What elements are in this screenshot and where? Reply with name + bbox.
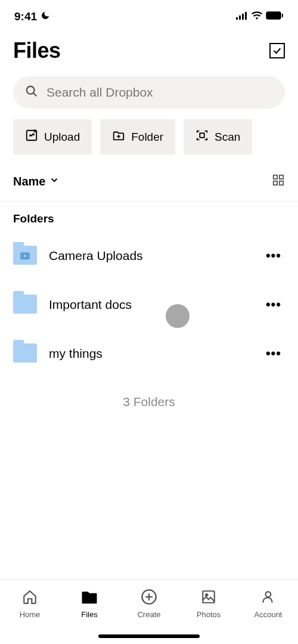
svg-rect-11 — [200, 133, 204, 137]
touch-indicator — [166, 304, 190, 328]
svg-rect-4 — [266, 12, 281, 19]
moon-icon — [41, 11, 50, 23]
upload-icon — [25, 129, 38, 145]
folder-item-my-things[interactable]: my things ••• — [8, 329, 290, 378]
status-time-group: 9:41 — [14, 10, 50, 23]
grid-view-button[interactable] — [272, 174, 285, 189]
tab-label: Photos — [197, 610, 221, 619]
more-options-button[interactable]: ••• — [262, 346, 285, 361]
tab-label: Account — [254, 610, 283, 619]
folder-name: Camera Uploads — [49, 249, 250, 263]
upload-button[interactable]: Upload — [13, 119, 92, 154]
search-bar[interactable] — [13, 76, 285, 109]
photo-icon — [201, 589, 216, 605]
upload-label: Upload — [44, 131, 80, 144]
folder-filled-icon — [80, 589, 98, 605]
svg-rect-12 — [274, 175, 277, 179]
home-icon — [22, 589, 38, 605]
page-title: Files — [13, 38, 61, 63]
more-options-button[interactable]: ••• — [262, 297, 285, 312]
status-bar: 9:41 — [0, 0, 298, 30]
tab-home[interactable]: Home — [0, 589, 60, 619]
folder-icon — [13, 246, 37, 266]
svg-rect-14 — [274, 181, 277, 185]
scan-icon — [195, 129, 209, 145]
sort-button[interactable]: Name — [13, 175, 60, 188]
account-icon — [260, 589, 276, 605]
folder-list: Camera Uploads ••• Important docs ••• my… — [0, 231, 298, 378]
cellular-icon — [236, 11, 248, 22]
svg-point-21 — [266, 592, 271, 597]
svg-line-7 — [33, 93, 37, 97]
search-icon — [25, 85, 38, 100]
page-header: Files — [0, 30, 298, 68]
action-row: Upload Folder Scan — [0, 109, 298, 165]
folder-icon — [13, 295, 37, 315]
status-indicators — [236, 11, 284, 22]
chevron-down-icon — [49, 175, 60, 188]
folder-label: Folder — [131, 131, 163, 144]
svg-point-6 — [27, 86, 35, 94]
home-indicator[interactable] — [98, 634, 200, 638]
wifi-icon — [252, 11, 262, 22]
folder-item-camera-uploads[interactable]: Camera Uploads ••• — [8, 231, 290, 280]
select-mode-button[interactable] — [269, 43, 285, 58]
svg-point-20 — [206, 594, 207, 596]
folder-name: Important docs — [49, 298, 250, 312]
folder-button[interactable]: Folder — [100, 119, 175, 154]
svg-rect-2 — [242, 14, 244, 20]
scan-label: Scan — [215, 131, 240, 144]
svg-rect-5 — [282, 14, 283, 17]
svg-rect-15 — [280, 181, 283, 185]
tab-label: Home — [20, 610, 41, 619]
folder-icon — [13, 343, 37, 364]
more-options-button[interactable]: ••• — [262, 248, 285, 264]
tab-label: Create — [137, 610, 160, 619]
tab-photos[interactable]: Photos — [179, 589, 238, 619]
folder-item-important-docs[interactable]: Important docs ••• — [8, 280, 290, 329]
tab-files[interactable]: Files — [60, 589, 119, 619]
scan-button[interactable]: Scan — [184, 119, 252, 154]
svg-rect-0 — [236, 17, 238, 20]
svg-rect-19 — [203, 591, 215, 603]
section-title: Folders — [0, 202, 298, 231]
plus-circle-icon — [141, 589, 157, 605]
status-time: 9:41 — [14, 10, 37, 23]
svg-rect-3 — [245, 12, 247, 20]
folder-count: 3 Folders — [0, 378, 298, 426]
battery-icon — [266, 11, 284, 22]
sort-label-text: Name — [13, 175, 45, 188]
folder-name: my things — [49, 346, 250, 361]
tab-account[interactable]: Account — [238, 589, 298, 619]
new-folder-icon — [112, 129, 125, 145]
tab-create[interactable]: Create — [119, 589, 179, 619]
svg-rect-13 — [280, 175, 283, 179]
tab-bar: Home Files Create Photos Account — [0, 580, 298, 644]
tab-label: Files — [81, 610, 97, 619]
svg-rect-1 — [239, 16, 241, 20]
sort-row: Name — [0, 165, 298, 202]
search-input[interactable] — [46, 85, 273, 100]
